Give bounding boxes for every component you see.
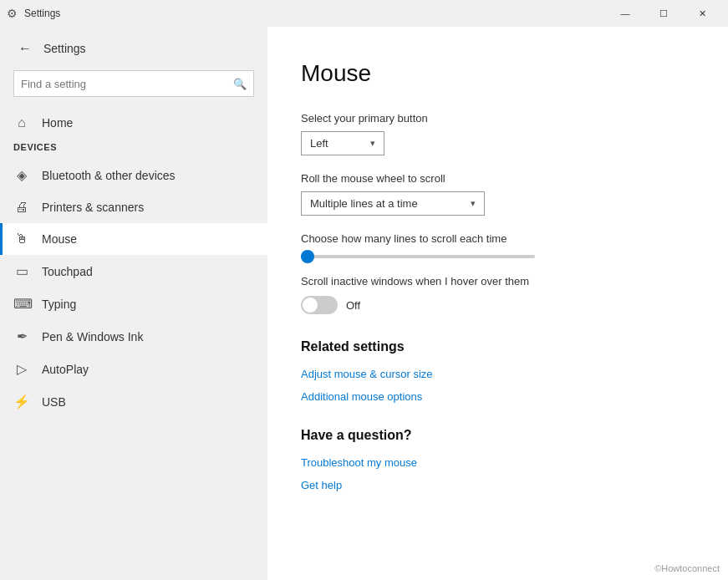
have-question-heading: Have a question? — [301, 428, 695, 443]
sidebar-item-mouse[interactable]: 🖱 Mouse — [0, 223, 267, 255]
sidebar-section-label: Devices — [0, 139, 267, 159]
sidebar-item-pen[interactable]: ✒ Pen & Windows Ink — [0, 320, 267, 353]
home-icon: ⌂ — [13, 115, 30, 130]
mouse-icon: 🖱 — [13, 231, 30, 247]
toggle-state-text: Off — [346, 299, 360, 312]
toggle-knob — [303, 298, 318, 313]
slider-thumb[interactable] — [301, 250, 314, 263]
titlebar: ⚙ Settings — ☐ ✕ — [0, 0, 728, 27]
maximize-button[interactable]: ☐ — [644, 0, 683, 27]
sidebar-item-typing[interactable]: ⌨ Typing — [0, 287, 267, 320]
search-icon: 🔍 — [233, 78, 247, 90]
slider-track[interactable] — [301, 255, 535, 258]
sidebar-item-autoplay[interactable]: ▷ AutoPlay — [0, 353, 267, 385]
toggle-row-inner: Off — [301, 296, 695, 314]
sidebar-item-bluetooth[interactable]: ◈ Bluetooth & other devices — [0, 159, 267, 191]
sidebar-item-label: Home — [42, 116, 73, 130]
minimize-button[interactable]: — — [606, 0, 644, 27]
search-input[interactable] — [21, 78, 233, 90]
sidebar-item-label: Pen & Windows Ink — [42, 330, 143, 343]
page-title: Mouse — [301, 60, 695, 87]
troubleshoot-mouse-link[interactable]: Troubleshoot my mouse — [301, 456, 695, 469]
printer-icon: 🖨 — [13, 200, 30, 215]
sidebar-nav-top: ← Settings — [0, 27, 267, 70]
bluetooth-icon: ◈ — [13, 167, 30, 183]
additional-mouse-options-link[interactable]: Additional mouse options — [301, 390, 695, 403]
adjust-mouse-link[interactable]: Adjust mouse & cursor size — [301, 368, 695, 380]
primary-button-value: Left — [310, 137, 328, 150]
typing-icon: ⌨ — [13, 296, 30, 312]
scroll-dropdown-arrow: ▾ — [471, 198, 476, 209]
get-help-link[interactable]: Get help — [301, 479, 695, 491]
back-button[interactable]: ← — [13, 37, 37, 60]
inactive-scroll-toggle[interactable] — [301, 296, 338, 314]
scroll-value: Multiple lines at a time — [310, 197, 418, 210]
inactive-scroll-toggle-row: Scroll inactive windows when I hover ove… — [301, 275, 695, 314]
settings-icon: ⚙ — [7, 7, 18, 20]
sidebar-item-usb[interactable]: ⚡ USB — [0, 385, 267, 418]
usb-icon: ⚡ — [13, 394, 30, 410]
sidebar-item-label: USB — [42, 395, 66, 409]
primary-button-dropdown[interactable]: Left ▾ — [301, 131, 384, 155]
sidebar-item-label: Mouse — [42, 232, 77, 246]
search-box[interactable]: 🔍 — [13, 70, 254, 97]
sidebar-item-label: Typing — [42, 298, 76, 311]
main-panel: Mouse Select your primary button Left ▾ … — [267, 27, 728, 580]
sidebar-item-printers[interactable]: 🖨 Printers & scanners — [0, 191, 267, 223]
sidebar: ← Settings 🔍 ⌂ Home Devices ◈ Bluetooth … — [0, 27, 267, 580]
watermark: ©Howtoconnect — [654, 563, 720, 573]
autoplay-icon: ▷ — [13, 361, 30, 377]
related-settings-heading: Related settings — [301, 339, 695, 354]
scroll-label: Roll the mouse wheel to scroll — [301, 172, 695, 185]
pen-icon: ✒ — [13, 328, 30, 344]
sidebar-item-touchpad[interactable]: ▭ Touchpad — [0, 255, 267, 287]
lines-slider-container — [301, 255, 695, 258]
sidebar-item-label: Bluetooth & other devices — [42, 169, 176, 182]
inactive-scroll-label: Scroll inactive windows when I hover ove… — [301, 275, 695, 287]
sidebar-item-label: Printers & scanners — [42, 201, 144, 214]
sidebar-item-label: AutoPlay — [42, 363, 89, 376]
primary-button-dropdown-arrow: ▾ — [370, 138, 375, 149]
close-button[interactable]: ✕ — [683, 0, 721, 27]
sidebar-item-home[interactable]: ⌂ Home — [0, 107, 267, 139]
scroll-dropdown[interactable]: Multiple lines at a time ▾ — [301, 191, 485, 216]
primary-button-label: Select your primary button — [301, 112, 695, 125]
touchpad-icon: ▭ — [13, 263, 30, 279]
lines-scroll-label: Choose how many lines to scroll each tim… — [301, 232, 695, 245]
sidebar-nav-title: Settings — [43, 42, 86, 55]
app-body: ← Settings 🔍 ⌂ Home Devices ◈ Bluetooth … — [0, 27, 728, 580]
titlebar-title: Settings — [24, 8, 60, 19]
window-controls: — ☐ ✕ — [606, 0, 721, 27]
sidebar-item-label: Touchpad — [42, 265, 93, 278]
